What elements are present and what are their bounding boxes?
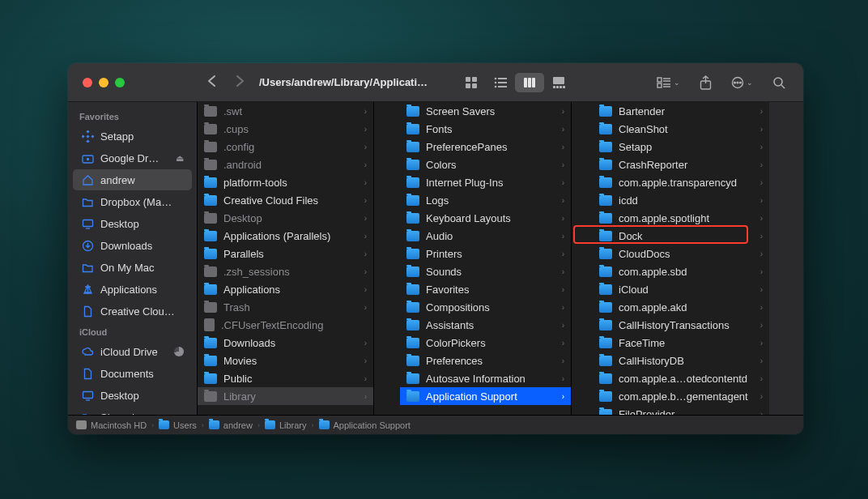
svg-line-30 bbox=[781, 85, 785, 88]
row-label: Keyboard Layouts bbox=[426, 212, 555, 224]
folder-row[interactable]: Movies› bbox=[198, 352, 373, 369]
pathbar-segment[interactable]: andrew bbox=[209, 420, 253, 430]
folder-row[interactable]: .cups› bbox=[198, 120, 373, 138]
sidebar-item[interactable]: Applications bbox=[73, 279, 192, 300]
folder-row[interactable]: CallHistoryDB› bbox=[593, 352, 769, 369]
folder-row[interactable]: .CFUserTextEncoding bbox=[198, 316, 373, 334]
column-1[interactable]: .swt›.cups›.config›.android›platform-too… bbox=[198, 102, 374, 415]
pathbar-segment[interactable]: Macintosh HD bbox=[76, 420, 147, 430]
view-list-button[interactable] bbox=[486, 73, 515, 92]
sidebar-section-icloud: iCloud bbox=[68, 322, 197, 340]
pathbar-segment[interactable]: Library bbox=[265, 420, 307, 430]
sidebar-item[interactable]: Dropbox (Ma… bbox=[73, 191, 192, 212]
share-button[interactable] bbox=[700, 75, 712, 90]
chevron-right-icon: › bbox=[364, 214, 367, 223]
folder-row[interactable]: Sounds› bbox=[400, 262, 571, 280]
folder-row[interactable]: Assistants› bbox=[400, 316, 571, 334]
folder-row[interactable]: Printers› bbox=[400, 245, 571, 262]
folder-row[interactable]: FaceTime› bbox=[593, 334, 769, 352]
chevron-right-icon: › bbox=[562, 374, 564, 383]
folder-row[interactable]: Parallels› bbox=[198, 245, 373, 262]
folder-row[interactable]: Bartender› bbox=[593, 102, 769, 120]
sidebar-item[interactable]: Documents bbox=[73, 363, 192, 384]
folder-row[interactable]: Applications (Parallels)› bbox=[198, 227, 373, 245]
folder-row[interactable]: Screen Savers› bbox=[400, 102, 571, 120]
sidebar-item[interactable]: andrew bbox=[73, 169, 192, 190]
folder-row[interactable]: Trash› bbox=[198, 298, 373, 316]
folder-row[interactable]: Public› bbox=[198, 369, 373, 387]
folder-row[interactable]: com.apple.spotlight› bbox=[593, 209, 769, 227]
folder-row[interactable]: Fonts› bbox=[400, 120, 571, 138]
sidebar-item[interactable]: Downloads bbox=[73, 235, 192, 256]
folder-icon bbox=[406, 231, 419, 241]
column-2[interactable]: Screen Savers›Fonts›PreferencePanes›Colo… bbox=[374, 102, 572, 415]
folder-row[interactable]: icdd› bbox=[593, 191, 769, 209]
folder-row[interactable]: platform-tools› bbox=[198, 173, 373, 191]
sidebar-item[interactable]: On My Mac bbox=[73, 257, 192, 278]
folder-row[interactable]: FileProvider› bbox=[593, 405, 769, 415]
folder-row[interactable]: Logs› bbox=[400, 191, 571, 209]
folder-row[interactable]: Creative Cloud Files› bbox=[198, 191, 373, 209]
folder-row[interactable]: CrashReporter› bbox=[593, 156, 769, 173]
view-gallery-button[interactable] bbox=[544, 73, 573, 92]
column-3[interactable]: Bartender›CleanShot›Setapp›CrashReporter… bbox=[572, 102, 769, 415]
action-button[interactable]: ⌄ bbox=[731, 76, 753, 89]
folder-row[interactable]: Dock› bbox=[593, 227, 769, 245]
folder-row[interactable]: Audio› bbox=[400, 227, 571, 245]
folder-row[interactable]: .android› bbox=[198, 156, 373, 173]
folder-row[interactable]: Downloads› bbox=[198, 334, 373, 352]
folder-row[interactable]: com.apple.sbd› bbox=[593, 262, 769, 280]
row-label: .cups bbox=[223, 123, 358, 135]
sidebar-item[interactable]: Creative Clou… bbox=[73, 301, 192, 322]
folder-row[interactable]: Compositions› bbox=[400, 298, 571, 316]
folder-row[interactable]: ColorPickers› bbox=[400, 334, 571, 352]
sidebar-item[interactable]: Shared bbox=[73, 407, 192, 415]
folder-row[interactable]: Colors› bbox=[400, 156, 571, 173]
sidebar-item[interactable]: Setapp bbox=[73, 126, 192, 147]
folder-row[interactable]: Autosave Information› bbox=[400, 369, 571, 387]
folder-row[interactable]: Keyboard Layouts› bbox=[400, 209, 571, 227]
chevron-right-icon: › bbox=[364, 392, 367, 401]
folder-row[interactable]: .zsh_sessions› bbox=[198, 262, 373, 280]
maximize-button[interactable] bbox=[115, 78, 125, 87]
folder-row[interactable]: Application Support› bbox=[400, 387, 571, 405]
folder-row[interactable]: com.apple.transparencyd› bbox=[593, 173, 769, 191]
folder-row[interactable]: CleanShot› bbox=[593, 120, 769, 138]
folder-row[interactable]: com.apple.b…gementagent› bbox=[593, 387, 769, 405]
folder-row[interactable]: Favorites› bbox=[400, 280, 571, 298]
folder-row[interactable]: Internet Plug-Ins› bbox=[400, 173, 571, 191]
sidebar-item[interactable]: Desktop bbox=[73, 213, 192, 234]
sidebar-item[interactable]: iCloud Drive bbox=[73, 341, 192, 362]
close-button[interactable] bbox=[83, 78, 92, 87]
folder-row[interactable]: com.apple.akd› bbox=[593, 298, 769, 316]
folder-row[interactable]: com.apple.a…otedcontentd› bbox=[593, 369, 769, 387]
minimize-button[interactable] bbox=[99, 78, 108, 87]
folder-row[interactable]: .swt› bbox=[198, 102, 373, 120]
sidebar-item[interactable]: Desktop bbox=[73, 385, 192, 406]
pathbar-segment[interactable]: Users bbox=[159, 420, 197, 430]
chevron-right-icon: › bbox=[151, 421, 154, 429]
folder-row[interactable]: iCloud› bbox=[593, 280, 769, 298]
folder-row[interactable]: .config› bbox=[198, 138, 373, 156]
pathbar-segment[interactable]: Application Support bbox=[319, 420, 411, 430]
folder-row[interactable]: Library› bbox=[198, 387, 373, 405]
chevron-right-icon: › bbox=[760, 392, 763, 401]
view-icon-button[interactable] bbox=[457, 73, 486, 92]
folder-icon bbox=[406, 373, 419, 384]
folder-row[interactable]: Preferences› bbox=[400, 352, 571, 369]
folder-icon bbox=[599, 373, 612, 384]
folder-row[interactable]: PreferencePanes› bbox=[400, 138, 571, 156]
folder-row[interactable]: Applications› bbox=[198, 280, 373, 298]
folder-row[interactable]: CloudDocs› bbox=[593, 245, 769, 262]
view-column-button[interactable] bbox=[515, 73, 544, 92]
folder-row[interactable]: Desktop› bbox=[198, 209, 373, 227]
chevron-right-icon: › bbox=[760, 285, 763, 294]
folder-row[interactable]: CallHistoryTransactions› bbox=[593, 316, 769, 334]
folder-row[interactable]: Setapp› bbox=[593, 138, 769, 156]
forward-button[interactable] bbox=[236, 75, 245, 90]
group-button[interactable]: ⌄ bbox=[657, 77, 680, 88]
back-button[interactable] bbox=[207, 75, 216, 90]
search-button[interactable] bbox=[772, 76, 785, 89]
sidebar-item[interactable]: Google Dr…⏏ bbox=[73, 147, 192, 168]
eject-icon[interactable]: ⏏ bbox=[176, 153, 184, 164]
